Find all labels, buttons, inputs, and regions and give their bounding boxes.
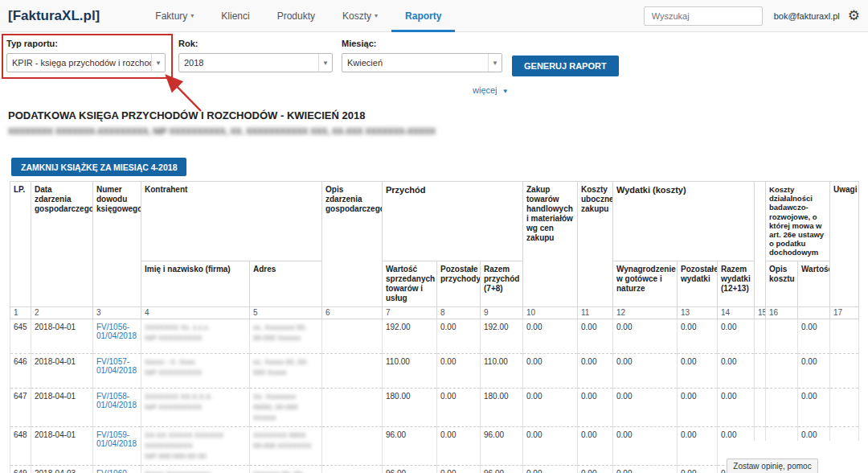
address-cell: XXXXXXX 000X00-000 XXXXXXX bbox=[250, 426, 322, 465]
more-link[interactable]: więcej ▼ bbox=[473, 85, 509, 95]
address-cell: Xxxxxxx 00, 00-000 Xxxxxx bbox=[250, 465, 322, 473]
nav-klienci[interactable]: Klienci bbox=[207, 0, 263, 32]
lp-cell: 648 bbox=[10, 426, 31, 465]
nav-faktury[interactable]: Faktury ▾ bbox=[141, 0, 207, 32]
nav-koszty[interactable]: Koszty ▾ bbox=[329, 0, 391, 32]
col-15-empty bbox=[755, 182, 766, 307]
chevron-down-icon: ▼ bbox=[502, 88, 509, 95]
col-num: 9 bbox=[481, 306, 523, 319]
kpir-table-head: LP. Data zdarzenia gospodarczego Numer d… bbox=[10, 182, 859, 319]
main-nav: Faktury ▾ Klienci Produkty Koszty ▾ Rapo… bbox=[141, 0, 455, 32]
col-contractor-name: Imię i nazwisko (firma) bbox=[141, 261, 250, 306]
col-cost-desc: Opis kosztu bbox=[766, 261, 798, 306]
value-cell: 0.00 bbox=[613, 426, 678, 465]
kpir-table-row: 6452018-04-01FV/1056-01/04/2018XXXXXXX X… bbox=[10, 319, 859, 353]
contractor-cell: XXXXXXX Xx. x.x.x.NIP XXXXXXXXX bbox=[141, 319, 250, 353]
contractor-cell: XXXXXXX XX.X.X.X.NIP XXXXXXXXX bbox=[141, 388, 250, 426]
col-contractor-address: Adres bbox=[250, 261, 322, 306]
feedback-button[interactable]: Zostaw opinię, pomoc bbox=[727, 459, 818, 473]
generate-report-button[interactable]: GENERUJ RAPORT bbox=[512, 56, 619, 76]
desc-cell bbox=[322, 426, 383, 465]
invoice-link[interactable]: FV/1056-01/04/2018 bbox=[96, 323, 137, 340]
month-value: Kwiecień bbox=[342, 54, 488, 72]
close-book-button[interactable]: ZAMKNIJ KSIĄŻKĘ ZA MIESIĄC 4-2018 bbox=[11, 158, 186, 176]
col-expenses-group: Wydatki (koszty) bbox=[613, 182, 755, 261]
report-type-label: Typ raportu: bbox=[6, 39, 166, 48]
value-cell: 0.00 bbox=[678, 319, 718, 353]
year-value: 2018 bbox=[179, 54, 318, 72]
doc-cell: FV/1058-01/04/2018 bbox=[93, 388, 141, 426]
chevron-down-icon: ▼ bbox=[151, 54, 165, 72]
chevron-down-icon: ▼ bbox=[488, 54, 502, 72]
column-numbers-row: 1 2 3 4 5 6 7 8 9 10 11 12 13 14 15 16 1… bbox=[10, 306, 859, 319]
report-title: PODATKOWA KSIĘGA PRZYCHODÓW I ROZCHODÓW … bbox=[8, 109, 868, 121]
topbar-right: bok@fakturaxl.pl ⚙ bbox=[644, 6, 860, 26]
invoice-link[interactable]: FV/1059-01/04/2018 bbox=[96, 430, 137, 448]
nav-produkty[interactable]: Produkty bbox=[264, 0, 329, 32]
invoice-link[interactable]: FV/1058-01/04/2018 bbox=[96, 392, 137, 409]
year-label: Rok: bbox=[178, 39, 333, 48]
nav-raporty[interactable]: Raporty bbox=[391, 0, 455, 32]
lp-cell: 647 bbox=[10, 388, 31, 426]
value-cell: 0.00 bbox=[613, 319, 678, 353]
kpir-table-body: 6452018-04-01FV/1056-01/04/2018XXXXXXX X… bbox=[10, 319, 859, 473]
value-cell: 0.00 bbox=[523, 465, 578, 473]
desc-cell bbox=[322, 388, 383, 426]
value-cell: 0.00 bbox=[578, 319, 613, 353]
col-num: 5 bbox=[250, 306, 322, 319]
search-box[interactable] bbox=[644, 6, 763, 26]
col-num: 10 bbox=[523, 306, 578, 319]
search-input[interactable] bbox=[652, 11, 766, 21]
month-select[interactable]: Kwiecień ▼ bbox=[342, 53, 502, 72]
col-num: 8 bbox=[437, 306, 481, 319]
col-num: 6 bbox=[322, 306, 383, 319]
chevron-down-icon: ▼ bbox=[318, 54, 332, 72]
col-lp: LP. bbox=[10, 182, 31, 307]
address-cell: xx. Xxxxx 00, 00-000 Xxxxx bbox=[250, 353, 322, 388]
kpir-table-row: 6472018-04-01FV/1058-01/04/2018XXXXXXX X… bbox=[10, 388, 859, 426]
report-type-group: Typ raportu: KPIR - księga przychodów i … bbox=[6, 39, 166, 72]
date-cell: 2018-04-03 bbox=[31, 465, 93, 473]
desc-cell bbox=[322, 353, 383, 388]
value-cell: 0.00 bbox=[437, 388, 481, 426]
col-num: 13 bbox=[678, 306, 718, 319]
value-cell bbox=[766, 353, 798, 388]
value-cell: 0.00 bbox=[523, 353, 578, 388]
col-doc: Numer dowodu księgowego bbox=[93, 182, 141, 307]
app-logo[interactable]: [FakturaXL.pl] bbox=[8, 8, 100, 24]
value-cell: 0.00 bbox=[678, 353, 718, 388]
report-type-select[interactable]: KPIR - księga przychodów i rozchodów ▼ bbox=[6, 53, 166, 72]
col-income-total: Razem przychód (7+8) bbox=[481, 261, 523, 306]
more-link-label: więcej bbox=[473, 85, 497, 95]
col-num: 7 bbox=[383, 306, 437, 319]
gear-icon[interactable]: ⚙ bbox=[848, 9, 860, 23]
value-cell: 0.00 bbox=[798, 353, 830, 388]
value-cell: 0.00 bbox=[437, 319, 481, 353]
account-email[interactable]: bok@fakturaxl.pl bbox=[774, 11, 840, 21]
col-num: 2 bbox=[31, 306, 93, 319]
value-cell: 96.00 bbox=[481, 426, 523, 465]
value-cell bbox=[830, 319, 859, 353]
address-cell: Xx. Xxxxxxxx00/00, 00-000Xxxxxx bbox=[250, 388, 322, 426]
value-cell: 96.00 bbox=[383, 465, 437, 473]
value-cell bbox=[755, 353, 766, 388]
col-sold-value: Wartość sprzedanych towarów i usług bbox=[383, 261, 437, 306]
value-cell: 110.00 bbox=[481, 353, 523, 388]
value-cell: 0.00 bbox=[678, 388, 718, 426]
value-cell: 110.00 bbox=[383, 353, 437, 388]
kpir-table: LP. Data zdarzenia gospodarczego Numer d… bbox=[10, 181, 859, 473]
col-wages: Wynagrodzenie w gotówce i naturze bbox=[613, 261, 678, 306]
kpir-table-row: 6462018-04-01FV/1057-01/04/2018Xxxxx - X… bbox=[10, 353, 859, 388]
year-select[interactable]: 2018 ▼ bbox=[178, 53, 333, 72]
invoice-link[interactable]: FV/1057-01/04/2018 bbox=[96, 357, 137, 375]
value-cell: 0.00 bbox=[578, 465, 613, 473]
value-cell bbox=[830, 388, 859, 426]
value-cell bbox=[766, 388, 798, 426]
lp-cell: 649 bbox=[10, 465, 31, 473]
col-other-income: Pozostałe przychody bbox=[437, 261, 481, 306]
col-expenses-total: Razem wydatki (12+13) bbox=[718, 261, 755, 306]
date-cell: 2018-04-01 bbox=[31, 353, 93, 388]
chevron-down-icon: ▾ bbox=[375, 12, 378, 19]
value-cell: 0.00 bbox=[678, 465, 718, 473]
invoice-link[interactable]: FV/1060-03/04/2018 bbox=[96, 469, 137, 473]
